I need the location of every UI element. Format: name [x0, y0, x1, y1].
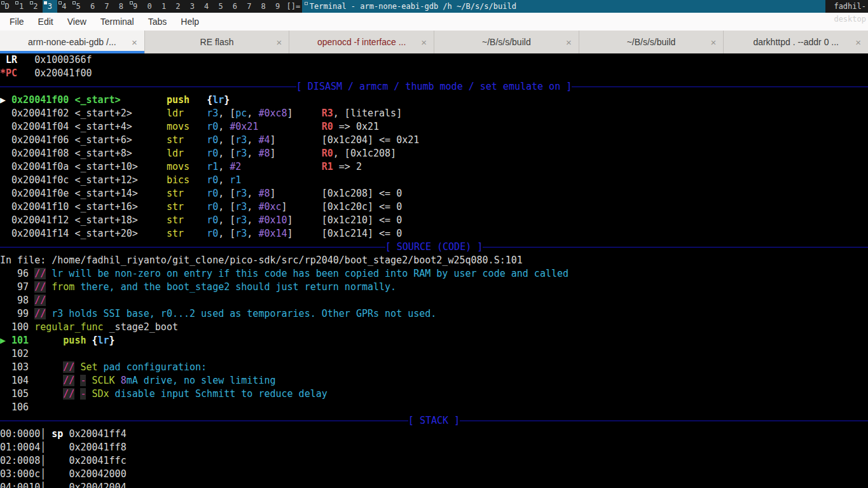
section-title: [ SOURCE (CODE) ] [385, 241, 483, 254]
workspace-tag-label: 7 [247, 2, 251, 11]
source-line: 97 // from there, and the boot_stage2 sh… [0, 281, 868, 294]
workspace-tag[interactable]: 4 [57, 0, 71, 13]
token [132, 108, 167, 119]
terminal-tab[interactable]: ~/B/s/s/build× [434, 31, 579, 53]
workspace-tag[interactable]: 3 [43, 0, 57, 13]
workspace-tag[interactable]: 2 [171, 0, 185, 13]
workspace-tag-label: 8 [261, 2, 266, 11]
workspace-tag-label: 0 [147, 2, 151, 11]
tab-close-icon[interactable]: × [855, 38, 861, 47]
workspace-tag[interactable]: 4 [199, 0, 213, 13]
token: ] [287, 214, 293, 226]
token: #0xc8 [258, 108, 287, 119]
token [46, 281, 52, 293]
workspace-tag[interactable]: 9 [270, 0, 284, 13]
token [86, 388, 92, 400]
token: , [247, 201, 258, 213]
token: LR [0, 54, 17, 66]
terminal-tab[interactable]: openocd -f interface ...× [289, 31, 434, 53]
workspace-tag[interactable]: 6 [228, 0, 242, 13]
token: , [247, 214, 258, 226]
token: 00:0000 [0, 428, 40, 440]
token: _stage2_boot [104, 321, 178, 333]
token [132, 134, 167, 146]
tab-close-icon[interactable]: × [421, 38, 427, 47]
token: ▶ [0, 335, 11, 346]
tab-close-icon[interactable]: × [277, 38, 282, 47]
token: // [63, 375, 74, 386]
terminal-tab[interactable]: RE flash× [145, 31, 290, 53]
token: │ [40, 428, 46, 440]
token: r3 [235, 228, 247, 239]
stack-row: 01:0004│ 0x20041ff8 [0, 441, 868, 454]
register-line: LR 0x1000366f [0, 53, 868, 67]
workspace-tag[interactable]: 2 [29, 0, 43, 13]
workspace-tag[interactable]: 9 [128, 0, 142, 13]
token: r3 [235, 148, 247, 159]
stack-row: 03:000c│ 0x20042000 [0, 468, 868, 481]
token: , [218, 174, 230, 186]
tab-label: ~/B/s/s/build [627, 37, 676, 47]
disasm-line: 0x20041f06 <_start+6> str r0, [r3, #4] [… [0, 134, 868, 147]
token [34, 361, 63, 373]
workspace-tag[interactable]: 8 [256, 0, 270, 13]
menu-item-file[interactable]: File [3, 13, 31, 31]
menu-item-tabs[interactable]: Tabs [141, 13, 174, 31]
layout-icon[interactable]: []= [285, 0, 302, 13]
workspace-tag[interactable]: 7 [242, 0, 256, 13]
workspace-tag[interactable]: 3 [185, 0, 199, 13]
workspace-tag-label: 9 [133, 2, 137, 11]
token: 0x20041f06 <_start+6> [0, 134, 132, 146]
terminal-tab[interactable]: arm-none-eabi-gdb /...× [0, 31, 145, 53]
token: R0 [322, 121, 333, 132]
token: 105 [0, 388, 34, 400]
tag-occupied-icon [1, 1, 4, 4]
token: 99 [0, 308, 34, 319]
token: disable input Schmitt to reduce delay [109, 388, 327, 400]
token: 0x20041f10 <_start+16> [0, 201, 138, 213]
token: pc [235, 108, 247, 119]
menu-item-help[interactable]: Help [174, 13, 206, 31]
token: // [34, 281, 46, 293]
token: #0x10 [258, 214, 287, 226]
token: r3 [235, 188, 247, 199]
terminal-tab[interactable]: darkhttpd . --addr 0 ...× [724, 31, 868, 53]
token: 0x1000366f [17, 54, 92, 66]
tag-occupied-icon [30, 1, 33, 4]
register-line: *PC 0x20041f00 [0, 67, 868, 80]
workspace-tag-label: 1 [162, 2, 166, 11]
token: pad configuration: [98, 361, 207, 373]
token: push [63, 335, 86, 346]
tab-close-icon[interactable]: × [132, 38, 137, 47]
workspace-tag-label: 3 [190, 2, 195, 11]
workspace-tag[interactable]: 5 [71, 0, 85, 13]
workspace-tag[interactable]: 1 [156, 0, 170, 13]
menu-item-edit[interactable]: Edit [31, 13, 60, 31]
token [121, 94, 167, 106]
workspace-tag[interactable]: 6 [85, 0, 99, 13]
terminal-screen[interactable]: LR 0x1000366f*PC 0x20041f00[ DISASM / ar… [0, 53, 868, 488]
workspace-tag[interactable]: 7 [100, 0, 114, 13]
token: 0x20041ffc [69, 455, 126, 466]
token: #0xc [258, 201, 281, 213]
source-line: 105 // - SDx disable input Schmitt to re… [0, 387, 868, 401]
workspace-tag[interactable]: 8 [114, 0, 128, 13]
workspace-tag[interactable]: 1 [14, 0, 28, 13]
workspace-tag[interactable]: 0 [142, 0, 156, 13]
source-line: 102 [0, 347, 868, 361]
token [138, 188, 167, 199]
tab-close-icon[interactable]: × [711, 38, 717, 47]
token [184, 108, 207, 119]
menu-item-view[interactable]: View [60, 13, 93, 31]
token: lr [98, 335, 109, 346]
menu-item-terminal[interactable]: Terminal [93, 13, 141, 31]
token: #2 [230, 161, 241, 172]
workspace-tag[interactable]: D [0, 0, 14, 13]
token: #8 [258, 188, 270, 199]
workspace-tag[interactable]: 5 [214, 0, 228, 13]
token: mA drive, no slew limiting [127, 375, 276, 386]
terminal-tab[interactable]: ~/B/s/s/build× [579, 31, 724, 53]
token: } [109, 335, 115, 346]
tag-occupied-icon [44, 1, 47, 4]
tab-close-icon[interactable]: × [566, 38, 572, 47]
